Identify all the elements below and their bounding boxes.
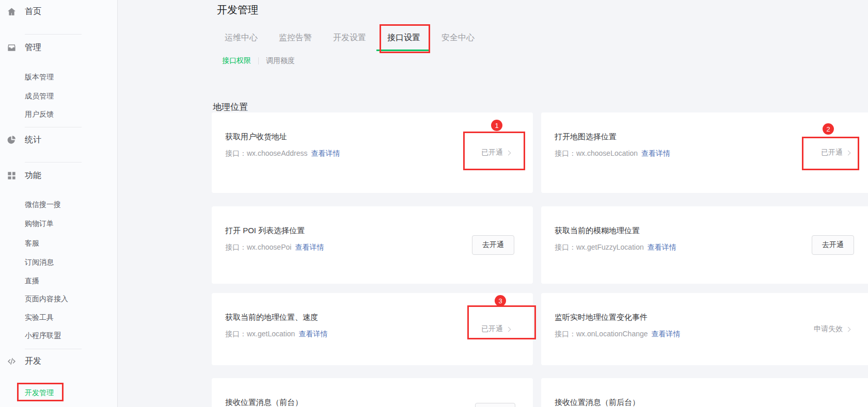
sidebar-item-page-content-access[interactable]: 页面内容接入 bbox=[25, 295, 68, 304]
sidebar-item-shopping-orders[interactable]: 购物订单 bbox=[25, 219, 54, 229]
chevron-right-icon bbox=[846, 150, 851, 155]
api-prefix-label: 接口： bbox=[555, 149, 576, 157]
status-opened[interactable]: 已开通 bbox=[481, 148, 510, 157]
sidebar-item-dev-manage-active[interactable]: 开发管理 bbox=[25, 388, 54, 398]
tab-bar: 运维中心 监控告警 开发设置 接口设置 安全中心 bbox=[225, 32, 475, 43]
sidebar-item-user-feedback[interactable]: 用户反馈 bbox=[25, 110, 54, 119]
tab-security-center[interactable]: 安全中心 bbox=[441, 32, 475, 43]
api-prefix-label: 接口： bbox=[555, 243, 576, 251]
sidebar-item-subscribe-message[interactable]: 订阅消息 bbox=[25, 258, 54, 267]
inbox-icon bbox=[6, 42, 17, 53]
tab-monitor-alert[interactable]: 监控告警 bbox=[279, 32, 312, 43]
active-tab-underline bbox=[376, 50, 429, 51]
api-prefix-label: 接口： bbox=[225, 330, 247, 338]
api-card-get-fuzzy-location: 获取当前的模糊地理位置 接口：wx.getFuzzyLocation查看详情 去… bbox=[541, 206, 868, 284]
page-title: 开发管理 bbox=[217, 3, 258, 17]
view-details-link[interactable]: 查看详情 bbox=[648, 243, 676, 251]
api-card-receive-location-fore-background: 接收位置消息（前后台） bbox=[541, 378, 868, 407]
subtab-interface-permissions[interactable]: 接口权限 bbox=[222, 56, 251, 66]
sidebar-item-label: 首页 bbox=[25, 6, 41, 17]
tab-operations-center[interactable]: 运维中心 bbox=[225, 32, 258, 43]
wechat-miniprogram-console: 首页 管理 版本管理 成员管理 用户反馈 统计 功能 微信搜一搜 购物订单 bbox=[0, 0, 868, 407]
api-card-on-location-change: 监听实时地理位置变化事件 接口：wx.onLocationChange查看详情 … bbox=[541, 293, 868, 365]
sidebar-item-live[interactable]: 直播 bbox=[25, 276, 39, 286]
sidebar-item-version-manage[interactable]: 版本管理 bbox=[25, 73, 54, 82]
api-name: wx.getLocation bbox=[247, 330, 295, 338]
sidebar-item-customer-service[interactable]: 客服 bbox=[25, 239, 39, 248]
sidebar-item-miniprogram-alliance[interactable]: 小程序联盟 bbox=[25, 331, 61, 340]
tab-interface-settings[interactable]: 接口设置 bbox=[387, 32, 420, 43]
grid-icon bbox=[6, 170, 17, 181]
api-card-title: 打开 POI 列表选择位置 bbox=[212, 206, 533, 236]
view-details-link[interactable]: 查看详情 bbox=[298, 330, 327, 338]
api-card-receive-location-foreground: 接收位置消息（前台） bbox=[212, 378, 533, 407]
code-icon bbox=[6, 356, 17, 366]
status-opened[interactable]: 已开通 bbox=[821, 148, 850, 157]
view-details-link[interactable]: 查看详情 bbox=[652, 330, 681, 338]
sidebar: 首页 管理 版本管理 成员管理 用户反馈 统计 功能 微信搜一搜 购物订单 bbox=[0, 0, 118, 407]
api-card-title: 打开地图选择位置 bbox=[541, 112, 868, 142]
status-label: 已开通 bbox=[821, 148, 843, 157]
sidebar-divider bbox=[25, 162, 82, 162]
sidebar-item-label: 管理 bbox=[25, 42, 41, 53]
status-label: 申请失效 bbox=[814, 324, 843, 334]
view-details-link[interactable]: 查看详情 bbox=[295, 243, 324, 251]
pie-chart-icon bbox=[6, 135, 17, 145]
api-prefix-label: 接口： bbox=[225, 149, 247, 157]
sidebar-divider bbox=[25, 34, 82, 35]
api-card-title: 获取当前的地理位置、速度 bbox=[212, 293, 533, 322]
api-name: wx.choosePoi bbox=[247, 243, 291, 251]
sidebar-item-member-manage[interactable]: 成员管理 bbox=[25, 92, 54, 101]
subtab-divider bbox=[258, 57, 259, 64]
view-details-link[interactable]: 查看详情 bbox=[641, 149, 670, 157]
api-card-title: 接收位置消息（前后台） bbox=[541, 378, 868, 407]
status-opened[interactable]: 已开通 bbox=[481, 324, 510, 334]
api-name: wx.getFuzzyLocation bbox=[576, 243, 644, 251]
api-card-subtitle: 接口：wx.chooseLocation查看详情 bbox=[541, 142, 868, 158]
api-card-title: 获取当前的模糊地理位置 bbox=[541, 206, 868, 236]
status-application-expired[interactable]: 申请失效 bbox=[814, 324, 850, 334]
api-card-choose-poi: 打开 POI 列表选择位置 接口：wx.choosePoi查看详情 去开通 bbox=[212, 206, 533, 284]
go-activate-button[interactable]: 去开通 bbox=[812, 235, 854, 255]
chevron-right-icon bbox=[506, 150, 511, 155]
api-card-get-location: 获取当前的地理位置、速度 接口：wx.getLocation查看详情 已开通 bbox=[212, 293, 533, 365]
home-icon bbox=[6, 6, 17, 17]
api-name: wx.chooseLocation bbox=[576, 149, 638, 157]
api-card-choose-location: 打开地图选择位置 接口：wx.chooseLocation查看详情 已开通 bbox=[541, 112, 868, 193]
tab-dev-settings[interactable]: 开发设置 bbox=[333, 32, 366, 43]
section-title-geolocation: 地理位置 bbox=[213, 101, 248, 113]
sidebar-item-wechat-search[interactable]: 微信搜一搜 bbox=[25, 200, 61, 209]
api-card-choose-address: 获取用户收货地址 接口：wx.chooseAddress查看详情 已开通 bbox=[212, 112, 533, 193]
sidebar-item-label: 功能 bbox=[25, 170, 41, 181]
chevron-right-icon bbox=[846, 327, 851, 332]
sidebar-item-label: 统计 bbox=[25, 135, 41, 145]
sidebar-divider bbox=[25, 349, 82, 349]
api-card-title: 获取用户收货地址 bbox=[212, 112, 533, 142]
status-label: 已开通 bbox=[481, 148, 503, 157]
subtab-call-quota[interactable]: 调用额度 bbox=[266, 56, 295, 66]
api-card-title: 监听实时地理位置变化事件 bbox=[541, 293, 868, 322]
api-prefix-label: 接口： bbox=[225, 243, 247, 251]
chevron-right-icon bbox=[506, 327, 511, 332]
api-name: wx.onLocationChange bbox=[576, 330, 648, 338]
sidebar-item-label: 开发 bbox=[25, 356, 41, 367]
view-details-link[interactable]: 查看详情 bbox=[311, 149, 340, 157]
sidebar-item-experimental-tools[interactable]: 实验工具 bbox=[25, 313, 54, 322]
status-label: 已开通 bbox=[481, 324, 503, 334]
api-prefix-label: 接口： bbox=[555, 330, 576, 338]
go-activate-button-partial[interactable] bbox=[475, 403, 515, 407]
go-activate-button[interactable]: 去开通 bbox=[472, 235, 514, 255]
subtab-bar: 接口权限 调用额度 bbox=[222, 56, 295, 66]
api-name: wx.chooseAddress bbox=[247, 149, 308, 157]
sidebar-divider bbox=[25, 127, 82, 127]
